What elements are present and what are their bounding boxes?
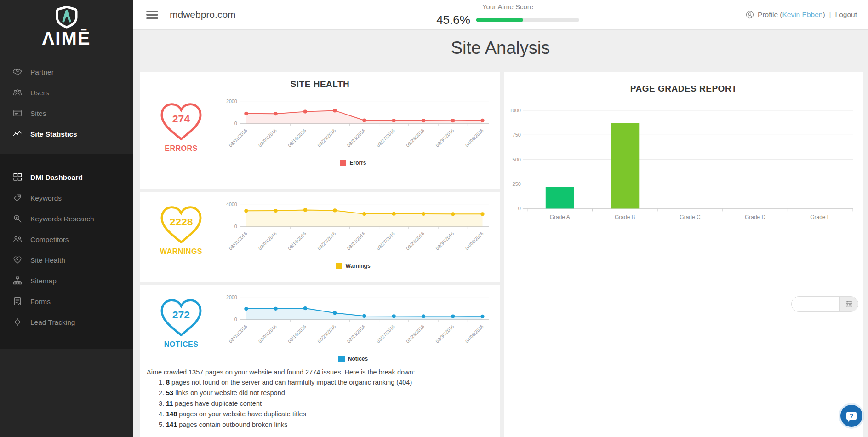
page-title: Site Analysis (133, 38, 868, 58)
sidebar-item-label: Sites (30, 109, 46, 118)
aime-score-widget: Your Aimē Score 45.6% (436, 3, 579, 27)
sidebar-item-partner[interactable]: Partner (0, 62, 133, 82)
calendar-button[interactable] (839, 297, 858, 311)
svg-text:03/23/2016: 03/23/2016 (346, 231, 366, 251)
brand-logo[interactable]: ΛIMĒ (0, 0, 133, 51)
svg-text:03/01/2016: 03/01/2016 (228, 231, 248, 251)
summary-item: 11 pages have duplicate content (166, 400, 491, 407)
svg-text:500: 500 (513, 157, 521, 162)
svg-text:03/23/2016: 03/23/2016 (316, 231, 337, 251)
warnings-label: WARNINGS (148, 247, 214, 256)
svg-text:03/01/2016: 03/01/2016 (228, 324, 248, 344)
sidebar: ΛIMĒ Partner Users Sites Site Statistics (0, 0, 133, 437)
date-range-input[interactable] (792, 297, 839, 311)
site-statistics-icon (12, 129, 23, 140)
sidebar-item-label: Lead Tracking (30, 318, 75, 327)
profile-area: Profile (Kevin Ebben) | Logout (745, 10, 857, 19)
aime-score-value: 45.6% (436, 13, 470, 27)
summary-item: 53 links on your website did not respond (166, 389, 491, 397)
svg-text:Grade B: Grade B (615, 214, 635, 219)
notices-heart-icon: 272 (159, 297, 203, 338)
current-site-name: mdwebpro.com (170, 9, 236, 20)
warnings-legend: Warnings (214, 263, 492, 269)
sitemap-icon (12, 276, 23, 287)
svg-text:03/28/2016: 03/28/2016 (405, 231, 425, 251)
date-range-field (791, 296, 858, 312)
svg-text:03/16/2016: 03/16/2016 (287, 231, 307, 251)
summary-item: 141 pages contain outbound broken links (166, 421, 491, 428)
sidebar-item-keywords[interactable]: Keywords (0, 188, 133, 208)
errors-metric: 274 ERRORS (148, 91, 214, 166)
svg-text:03/09/2016: 03/09/2016 (257, 128, 278, 148)
svg-text:04/06/2016: 04/06/2016 (464, 231, 485, 251)
sidebar-item-sites[interactable]: Sites (0, 103, 133, 124)
svg-text:03/23/2016: 03/23/2016 (346, 324, 366, 344)
help-chat-button[interactable]: ? (840, 405, 862, 427)
svg-text:1000: 1000 (510, 108, 521, 113)
aime-score-progressbar (476, 18, 579, 22)
page-grades-panel: PAGE GRADES REPORT 02505007501000Grade A… (504, 72, 863, 437)
users-icon (12, 87, 23, 98)
sidebar-item-forms[interactable]: Forms (0, 291, 133, 312)
sidebar-item-label: Keywords Research (30, 215, 94, 223)
sidebar-item-keywords-research[interactable]: Keywords Research (0, 208, 133, 229)
menu-hamburger-icon[interactable] (146, 9, 158, 21)
notices-legend: Notices (214, 356, 492, 362)
profile-username: Kevin Ebben (782, 11, 822, 18)
notices-line-chart: 2000003/01/201603/09/201603/16/201603/23… (214, 290, 492, 358)
keywords-icon (12, 193, 23, 204)
aime-score-progress-fill (476, 18, 523, 22)
sidebar-item-site-statistics[interactable]: Site Statistics (0, 124, 133, 144)
notices-legend-label: Notices (348, 356, 368, 362)
sidebar-item-competitors[interactable]: Competitors (0, 229, 133, 250)
sidebar-item-label: Competitors (30, 236, 69, 244)
profile-link[interactable]: Profile (Kevin Ebben) (758, 11, 825, 19)
forms-icon (12, 296, 23, 307)
sidebar-item-label: Partner (30, 68, 54, 76)
svg-text:03/28/2016: 03/28/2016 (405, 128, 425, 148)
svg-text:Grade C: Grade C (680, 214, 701, 219)
svg-text:03/23/2016: 03/23/2016 (316, 324, 337, 344)
topbar: mdwebpro.com Your Aimē Score 45.6% Profi… (133, 0, 868, 30)
sidebar-item-dmi-dashboard[interactable]: DMI Dashboard (0, 167, 133, 188)
summary-list: 8 pages not found on the server and can … (166, 379, 491, 428)
svg-text:04/06/2016: 04/06/2016 (464, 324, 485, 344)
svg-text:0: 0 (234, 121, 237, 126)
sidebar-item-site-health[interactable]: Site Health (0, 250, 133, 270)
svg-text:2228: 2228 (169, 216, 193, 228)
notices-metric: 272 NOTICES (148, 287, 214, 362)
svg-text:03/01/2016: 03/01/2016 (228, 128, 248, 148)
warnings-legend-swatch (336, 263, 342, 269)
crawl-summary: Aimē crawled 1357 pages on your website … (140, 362, 500, 428)
brand-wordmark: ΛIMĒ (0, 29, 133, 48)
notices-panel: 272 NOTICES 2000003/01/201603/09/201603/… (140, 285, 500, 437)
warnings-panel: 2228 WARNINGS 4000003/01/201603/09/20160… (140, 192, 500, 282)
warnings-line-chart: 4000003/01/201603/09/201603/16/201603/23… (214, 197, 492, 265)
svg-text:0: 0 (234, 316, 237, 322)
sidebar-item-users[interactable]: Users (0, 82, 133, 103)
calendar-icon (845, 300, 853, 308)
svg-text:0: 0 (234, 224, 237, 229)
errors-line-chart: 2000003/01/201603/09/201603/16/201603/23… (214, 94, 492, 162)
svg-text:03/30/2016: 03/30/2016 (435, 324, 455, 344)
svg-text:250: 250 (513, 181, 521, 187)
dashboard-icon (12, 172, 23, 183)
summary-item: 148 pages on your website have duplicate… (166, 410, 491, 418)
svg-text:2000: 2000 (226, 294, 237, 300)
errors-heart-icon: 274 (159, 101, 203, 142)
keywords-research-icon (12, 213, 23, 224)
svg-text:03/09/2016: 03/09/2016 (257, 231, 278, 251)
main-content: Site Analysis SITE HEALTH 274 ERRORS 200… (133, 30, 868, 437)
warnings-heart-icon: 2228 (159, 204, 203, 245)
sidebar-item-lead-tracking[interactable]: Lead Tracking (0, 312, 133, 333)
sidebar-item-label: Sitemap (30, 277, 57, 285)
logout-link[interactable]: Logout (835, 11, 857, 19)
errors-legend-label: Erorrs (349, 160, 366, 166)
svg-text:03/30/2016: 03/30/2016 (435, 128, 455, 148)
svg-text:03/16/2016: 03/16/2016 (287, 324, 307, 344)
shield-logo-icon (54, 6, 80, 29)
sidebar-item-sitemap[interactable]: Sitemap (0, 270, 133, 291)
svg-text:Grade A: Grade A (550, 214, 570, 219)
svg-text:2000: 2000 (226, 98, 237, 104)
svg-text:750: 750 (513, 132, 521, 138)
